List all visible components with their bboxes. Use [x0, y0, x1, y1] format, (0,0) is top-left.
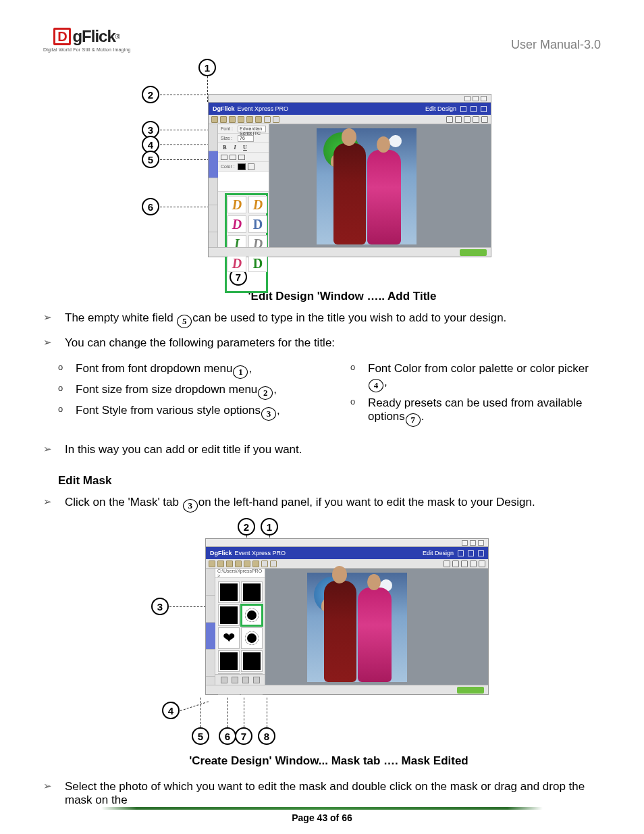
tool-icon[interactable] [235, 561, 242, 567]
app-window-mask: DgFlick Event Xpress PRO Edit Design [205, 538, 489, 695]
redo-icon[interactable] [270, 561, 277, 567]
mask-cell[interactable] [219, 605, 239, 625]
tool-icon[interactable] [226, 561, 233, 567]
tool-icon[interactable] [238, 116, 244, 123]
sidebar-tab-title[interactable] [209, 151, 218, 178]
bullet-arrow-icon: ➢ [43, 336, 55, 350]
help-icon[interactable] [481, 106, 487, 112]
panel-nav-icon[interactable] [253, 677, 260, 683]
sidebar-tab[interactable] [206, 650, 215, 677]
sidebar-tab[interactable] [209, 205, 218, 232]
color-swatch[interactable] [238, 163, 246, 170]
tool-icon[interactable] [255, 116, 262, 123]
design-canvas[interactable] [317, 128, 417, 244]
bullet-arrow-icon: ➢ [43, 443, 55, 457]
product-name: Event Xpress PRO [238, 105, 289, 112]
fullscreen-icon[interactable] [481, 116, 488, 123]
preset-cell[interactable]: D [248, 215, 267, 233]
panel-nav-icon[interactable] [232, 677, 238, 683]
fit-icon[interactable] [464, 116, 471, 123]
mask-cell[interactable] [219, 628, 239, 648]
bullet-text: Font size from size dropdown menu [76, 383, 257, 396]
help-icon[interactable] [478, 550, 484, 556]
section-heading-edit-mask: Edit Mask [58, 474, 601, 488]
mask-cell[interactable] [242, 582, 262, 602]
mask-cell[interactable] [242, 628, 262, 648]
tool-icon[interactable] [209, 561, 215, 567]
figure-edit-design: 1 2 3 4 5 6 7 DgFlick Event Xpress PRO [138, 63, 516, 286]
tool-icon[interactable] [217, 561, 224, 567]
main-photo [329, 136, 404, 244]
align-center-icon[interactable] [230, 155, 236, 160]
brush-icon[interactable] [468, 550, 474, 556]
title-panel: Font : Edwardian Script ITC Size : 76 B … [218, 124, 269, 247]
home-icon[interactable] [460, 106, 466, 112]
panel-nav-icon[interactable] [221, 677, 227, 683]
window-max-icon[interactable] [470, 540, 476, 546]
preset-cell[interactable]: D [248, 255, 267, 272]
fullscreen-icon[interactable] [479, 561, 485, 567]
window-close-icon[interactable] [481, 96, 487, 101]
preset-cell[interactable]: D [248, 196, 267, 213]
zoom-out-icon[interactable] [452, 561, 459, 567]
sidebar-tab-mask[interactable] [206, 623, 215, 650]
tool-icon[interactable] [244, 561, 250, 567]
callout-5: 5 [192, 727, 209, 745]
sidebar-tab[interactable] [206, 596, 215, 623]
bullet-item: ➢ The empty white field 5can be used to … [43, 311, 601, 328]
fit-icon[interactable] [461, 561, 468, 567]
tool-icon[interactable] [229, 116, 236, 123]
window-min-icon[interactable] [464, 96, 471, 101]
window-max-icon[interactable] [473, 96, 479, 101]
callout-6: 6 [219, 727, 236, 745]
design-canvas[interactable] [307, 573, 407, 682]
bullet-circle-icon: o [58, 362, 68, 379]
tool-icon[interactable] [220, 116, 227, 123]
home-icon[interactable] [458, 550, 464, 556]
grid-icon[interactable] [470, 561, 477, 567]
bullet-text: on the left-hand panel, if you want to e… [198, 496, 535, 509]
underline-button[interactable]: U [241, 145, 249, 151]
save-button[interactable] [457, 687, 484, 694]
tool-icon[interactable] [246, 116, 253, 123]
undo-icon[interactable] [264, 116, 271, 123]
size-dropdown[interactable]: 76 [238, 135, 254, 142]
sidebar-tab[interactable] [206, 569, 215, 596]
preset-cell[interactable]: D [227, 215, 246, 233]
zoom-in-icon[interactable] [446, 116, 453, 123]
panel-nav-icon[interactable] [242, 677, 249, 683]
undo-icon[interactable] [261, 561, 268, 567]
mask-cell[interactable] [219, 651, 239, 671]
brush-icon[interactable] [471, 106, 477, 112]
mask-path-field[interactable]: C:\Users\XpressPRO > [215, 569, 265, 578]
bold-button[interactable]: B [221, 145, 229, 151]
font-dropdown[interactable]: Edwardian Script ITC [238, 126, 266, 132]
inline-callout-3: 3 [183, 499, 198, 513]
align-left-icon[interactable] [221, 155, 227, 160]
window-min-icon[interactable] [462, 540, 468, 546]
title-input[interactable] [218, 172, 269, 192]
mask-cell[interactable] [219, 582, 239, 602]
grid-icon[interactable] [473, 116, 479, 123]
zoom-out-icon[interactable] [455, 116, 462, 123]
redo-icon[interactable] [273, 116, 279, 123]
save-button[interactable] [460, 249, 487, 256]
sidebar-tab[interactable] [209, 178, 218, 205]
bullet-circle-icon: o [350, 362, 360, 392]
color-picker-icon[interactable] [248, 163, 254, 170]
italic-button[interactable]: I [231, 145, 239, 151]
tool-icon[interactable] [252, 561, 259, 567]
bullet-text: Select the photo of which you want to ed… [65, 780, 601, 807]
brand-name: DgFlick [210, 550, 232, 556]
title-presets: D D D D I D D D [227, 196, 267, 272]
preset-cell[interactable]: D [227, 255, 246, 272]
preset-cell[interactable]: D [227, 196, 246, 213]
zoom-in-icon[interactable] [444, 561, 450, 567]
app-footer [206, 685, 488, 694]
bullet-text: Click on the 'Mask' tab [65, 496, 182, 509]
align-right-icon[interactable] [238, 155, 245, 160]
sidebar-tab[interactable] [209, 124, 218, 151]
mask-cell[interactable] [242, 651, 262, 671]
window-close-icon[interactable] [478, 540, 484, 546]
tool-icon[interactable] [211, 116, 218, 123]
